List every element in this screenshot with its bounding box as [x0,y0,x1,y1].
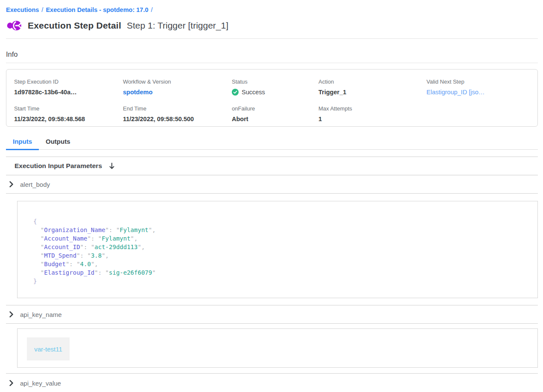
info-section-heading: Info [6,50,538,63]
field-label: Workflow & Version [123,78,232,85]
field-value: 1 [318,116,426,122]
breadcrumb: Executions / Execution Details - spotdem… [0,0,543,13]
breadcrumb-executions[interactable]: Executions [6,6,39,13]
field-label: Step Execution ID [14,78,123,85]
field-value: Trigger_1 [318,89,426,96]
status-badge: Success [242,89,265,96]
fylamynt-logo-icon [6,18,23,33]
chevron-right-icon[interactable] [9,181,20,187]
json-code: { "Organization_Name": "Fylamynt", "Acco… [33,217,537,285]
field-label: onFailure [232,105,318,112]
breadcrumb-trailing-separator: / [151,6,153,13]
valid-next-step-link[interactable]: Elastigroup_ID [jso… [426,89,537,96]
field-label: Start Time [14,105,123,112]
param-label-api-key-name: api_key_name [20,311,62,318]
field-max-attempts: Max Attempts 1 [318,105,426,122]
field-action: Action Trigger_1 [318,78,426,96]
page-subtitle: Step 1: Trigger [trigger_1] [127,20,228,31]
inputs-outputs-tabs: Inputs Outputs [6,138,538,150]
page-header: Execution Step Detail Step 1: Trigger [t… [6,18,538,39]
field-label: Max Attempts [318,105,426,112]
field-value: Abort [232,116,318,122]
field-label: Status [232,78,318,85]
execution-step-detail-page: Executions / Execution Details - spotdem… [0,0,543,392]
field-label: Valid Next Step [426,78,537,85]
field-value: 11/23/2022, 09:58:48.568 [14,116,123,122]
breadcrumb-execution-details[interactable]: Execution Details - spotdemo: 17.0 [46,6,148,13]
chevron-right-icon[interactable] [9,380,20,386]
execution-input-parameters-header: Execution Input Parameters [6,157,538,175]
field-label: End Time [123,105,232,112]
execution-input-parameters-label: Execution Input Parameters [15,162,102,170]
alert-body-json-viewer: { "Organization_Name": "Fylamynt", "Acco… [17,201,538,298]
param-row-api-key-name[interactable]: api_key_name [6,305,538,324]
field-step-execution-id: Step Execution ID 1d97828c-13b6-40a… [14,78,123,96]
page-title: Execution Step Detail [28,20,121,31]
param-row-alert-body[interactable]: alert_body [6,175,538,194]
breadcrumb-separator: / [41,6,43,13]
field-valid-next-step: Valid Next Step Elastigroup_ID [jso… [426,78,537,96]
success-check-icon [232,89,239,96]
field-label: Action [318,78,426,85]
field-workflow-version: Workflow & Version spotdemo [123,78,232,96]
api-key-name-value-viewer: var-test11 [17,328,538,368]
workflow-link[interactable]: spotdemo [123,89,232,96]
param-row-api-key-value[interactable]: api_key_value [6,374,538,392]
field-value: 11/23/2022, 09:58:50.500 [123,116,232,122]
field-start-time: Start Time 11/23/2022, 09:58:48.568 [14,105,123,122]
param-label-api-key-value: api_key_value [20,380,61,387]
tab-outputs[interactable]: Outputs [39,138,77,150]
tab-inputs[interactable]: Inputs [6,138,39,150]
info-card: Step Execution ID 1d97828c-13b6-40a… Wor… [6,69,538,127]
chevron-right-icon[interactable] [9,311,20,317]
collapse-all-arrow-icon[interactable] [109,163,115,169]
field-value: 1d97828c-13b6-40a… [14,89,123,96]
field-end-time: End Time 11/23/2022, 09:58:50.500 [123,105,232,122]
field-on-failure: onFailure Abort [232,105,318,122]
field-status: Status Success [232,78,318,96]
param-label-alert-body: alert_body [20,181,50,188]
api-key-name-value: var-test11 [27,337,70,360]
